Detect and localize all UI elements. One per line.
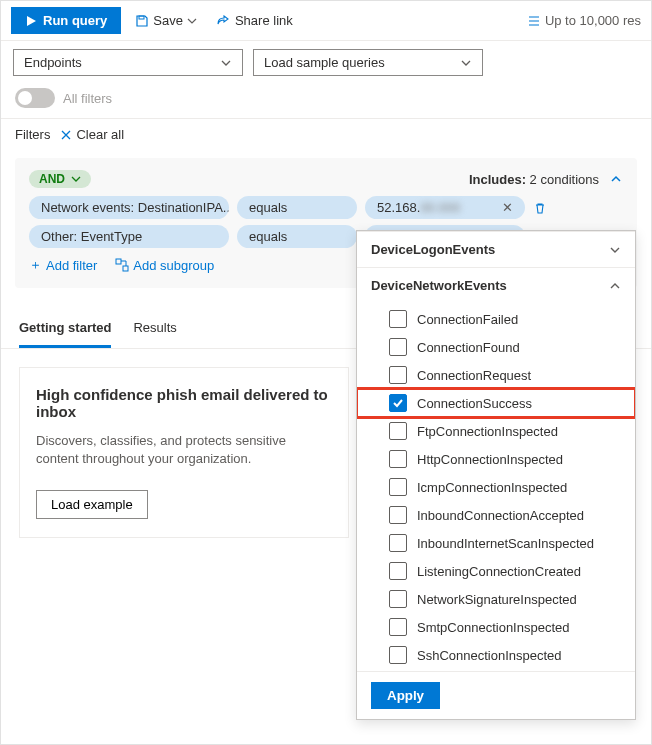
- option-label: ListeningConnectionCreated: [417, 564, 581, 579]
- condition-operator[interactable]: equals: [237, 225, 357, 248]
- dropdown-option[interactable]: SshConnectionInspected: [357, 641, 635, 669]
- scope-value: Endpoints: [24, 55, 82, 70]
- filters-bar: Filters Clear all: [1, 118, 651, 150]
- share-link-button[interactable]: Share link: [211, 9, 299, 32]
- card-title: High confidence phish email delivered to…: [36, 386, 332, 420]
- load-example-button[interactable]: Load example: [36, 490, 148, 519]
- all-filters-row: All filters: [1, 84, 651, 118]
- option-label: ConnectionFailed: [417, 312, 518, 327]
- dropdown-option[interactable]: ConnectionSuccess: [357, 389, 635, 417]
- dropdown-option[interactable]: SmtpConnectionInspected: [357, 613, 635, 641]
- checkbox[interactable]: [389, 366, 407, 384]
- clear-value-button[interactable]: ✕: [502, 200, 513, 215]
- checkbox[interactable]: [389, 506, 407, 524]
- sample-queries-dropdown[interactable]: Load sample queries: [253, 49, 483, 76]
- includes-summary: Includes: 2 conditions: [469, 172, 599, 187]
- condition-value-text: 52.168.: [377, 200, 420, 215]
- condition-field[interactable]: Network events: DestinationIPA...: [29, 196, 229, 219]
- checkbox[interactable]: [389, 618, 407, 636]
- option-label: ConnectionRequest: [417, 368, 531, 383]
- dropdown-option[interactable]: NetworkSignatureInspected: [357, 585, 635, 613]
- condition-value[interactable]: 52.168.00.000 ✕: [365, 196, 525, 219]
- option-label: SmtpConnectionInspected: [417, 620, 569, 635]
- option-label: SshConnectionInspected: [417, 648, 562, 663]
- run-query-button[interactable]: Run query: [11, 7, 121, 34]
- option-label: ConnectionFound: [417, 340, 520, 355]
- condition-row: Network events: DestinationIPA... equals…: [29, 196, 623, 219]
- chevron-down-icon: [609, 244, 621, 256]
- card-description: Discovers, classifies, and protects sens…: [36, 432, 332, 468]
- tab-getting-started[interactable]: Getting started: [19, 320, 111, 348]
- dropdown-option[interactable]: FtpConnectionInspected: [357, 417, 635, 445]
- dropdown-option[interactable]: ConnectionFailed: [357, 305, 635, 333]
- checkbox[interactable]: [389, 590, 407, 608]
- add-subgroup-label: Add subgroup: [133, 258, 214, 273]
- svg-rect-0: [139, 16, 144, 19]
- close-icon: [60, 129, 72, 141]
- dropdown-option[interactable]: IcmpConnectionInspected: [357, 473, 635, 501]
- all-filters-label: All filters: [63, 91, 112, 106]
- result-limit-text: Up to 10,000 res: [545, 13, 641, 28]
- dropdown-option[interactable]: ConnectionFound: [357, 333, 635, 361]
- filters-label: Filters: [15, 127, 50, 142]
- svg-rect-1: [116, 259, 121, 264]
- scope-dropdown[interactable]: Endpoints: [13, 49, 243, 76]
- plus-icon: ＋: [29, 256, 42, 274]
- includes-label: Includes:: [469, 172, 526, 187]
- dropdown-option[interactable]: InboundInternetScanInspected: [357, 529, 635, 557]
- chevron-up-icon: [609, 280, 621, 292]
- checkbox[interactable]: [389, 478, 407, 496]
- checkbox[interactable]: [389, 450, 407, 468]
- subgroup-icon: [115, 258, 129, 272]
- checkbox[interactable]: [389, 646, 407, 664]
- dropdown-group-devicelogonevents[interactable]: DeviceLogonEvents: [357, 231, 635, 267]
- add-filter-label: Add filter: [46, 258, 97, 273]
- option-label: NetworkSignatureInspected: [417, 592, 577, 607]
- and-label: AND: [39, 172, 65, 186]
- tab-results[interactable]: Results: [133, 320, 176, 348]
- chevron-down-icon: [187, 16, 197, 26]
- example-card: High confidence phish email delivered to…: [19, 367, 349, 538]
- result-limit[interactable]: Up to 10,000 res: [527, 13, 641, 28]
- condition-field[interactable]: Other: EventType: [29, 225, 229, 248]
- delete-condition-button[interactable]: [533, 201, 547, 215]
- and-operator-chip[interactable]: AND: [29, 170, 91, 188]
- event-type-dropdown-panel: DeviceLogonEvents DeviceNetworkEvents Co…: [356, 230, 636, 720]
- chevron-down-icon: [460, 57, 472, 69]
- checkbox[interactable]: [389, 310, 407, 328]
- dropdown-option[interactable]: ListeningConnectionCreated: [357, 557, 635, 585]
- dropdown-option[interactable]: HttpConnectionInspected: [357, 445, 635, 473]
- checkbox[interactable]: [389, 422, 407, 440]
- top-toolbar: Run query Save Share link Up to 10,000 r…: [1, 1, 651, 41]
- checkbox[interactable]: [389, 534, 407, 552]
- save-label: Save: [153, 13, 183, 28]
- apply-button[interactable]: Apply: [371, 682, 440, 709]
- dropdown-option[interactable]: ConnectionRequest: [357, 361, 635, 389]
- chevron-up-icon: [609, 172, 623, 186]
- chevron-down-icon: [71, 174, 81, 184]
- includes-count: 2 conditions: [530, 172, 599, 187]
- collapse-group-button[interactable]: [609, 172, 623, 186]
- save-button[interactable]: Save: [129, 9, 203, 32]
- add-filter-button[interactable]: ＋ Add filter: [29, 256, 97, 274]
- clear-all-button[interactable]: Clear all: [60, 127, 124, 142]
- checkbox[interactable]: [389, 562, 407, 580]
- option-label: IcmpConnectionInspected: [417, 480, 567, 495]
- add-subgroup-button[interactable]: Add subgroup: [115, 256, 214, 274]
- condition-operator[interactable]: equals: [237, 196, 357, 219]
- save-icon: [135, 14, 149, 28]
- checkbox[interactable]: [389, 338, 407, 356]
- all-filters-toggle[interactable]: [15, 88, 55, 108]
- option-label: ConnectionSuccess: [417, 396, 532, 411]
- option-label: HttpConnectionInspected: [417, 452, 563, 467]
- option-label: FtpConnectionInspected: [417, 424, 558, 439]
- dropdown-group-devicenetworkevents[interactable]: DeviceNetworkEvents: [357, 267, 635, 303]
- sample-value: Load sample queries: [264, 55, 385, 70]
- share-icon: [217, 14, 231, 28]
- play-icon: [25, 15, 37, 27]
- dropdown-option[interactable]: InboundConnectionAccepted: [357, 501, 635, 529]
- scope-row: Endpoints Load sample queries: [1, 41, 651, 84]
- group-label: DeviceNetworkEvents: [371, 278, 507, 293]
- svg-rect-2: [123, 266, 128, 271]
- checkbox[interactable]: [389, 394, 407, 412]
